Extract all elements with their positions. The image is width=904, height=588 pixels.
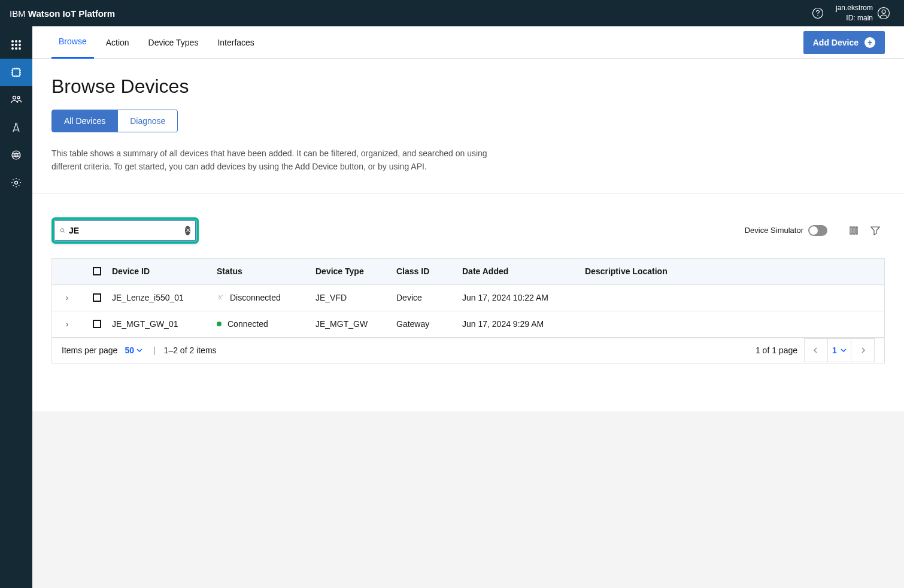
user-id: ID: main <box>846 13 873 23</box>
simulator-label: Device Simulator <box>745 226 803 235</box>
header-location[interactable]: Descriptive Location <box>585 266 884 276</box>
page-select[interactable]: 1 <box>827 338 851 362</box>
svg-point-8 <box>15 44 17 46</box>
svg-point-26 <box>13 96 16 99</box>
svg-point-9 <box>19 44 21 46</box>
help-icon[interactable] <box>807 2 829 24</box>
header-status[interactable]: Status <box>217 266 316 276</box>
clear-search-icon[interactable]: ✕ <box>185 226 190 235</box>
user-avatar-icon[interactable] <box>873 2 894 24</box>
svg-point-27 <box>17 96 20 99</box>
sidebar-apps-icon[interactable] <box>0 31 32 59</box>
table-header: Device ID Status Device Type Class ID Da… <box>52 259 884 285</box>
user-info: jan.ekstrom ID: main <box>836 3 873 23</box>
search-input[interactable] <box>65 226 185 235</box>
svg-point-12 <box>19 47 21 50</box>
sidebar-settings-icon[interactable] <box>0 169 32 196</box>
row-checkbox[interactable] <box>93 293 101 302</box>
cell-date-added: Jun 17, 2024 10:22 AM <box>462 293 585 302</box>
svg-rect-33 <box>850 227 852 234</box>
chevron-down-icon <box>841 348 847 352</box>
lower-background <box>32 411 904 588</box>
cell-class-id: Device <box>396 293 462 302</box>
sidebar-devices-icon[interactable] <box>0 59 32 86</box>
table-toolbar: ✕ Device Simulator <box>51 193 885 258</box>
title-prefix: IBM <box>10 8 28 19</box>
current-page: 1 <box>832 345 837 355</box>
search-highlight: ✕ <box>51 217 199 244</box>
svg-point-11 <box>15 47 17 50</box>
header-date-added[interactable]: Date Added <box>462 266 585 276</box>
table-row[interactable]: › JE_MGT_GW_01 Connected JE_MGT_GW Gatew… <box>52 311 884 338</box>
expand-row-icon[interactable]: › <box>66 293 69 302</box>
svg-point-4 <box>11 40 14 43</box>
sidebar-compass-icon[interactable] <box>0 114 32 141</box>
items-range: 1–2 of 2 items <box>164 345 217 355</box>
prev-page-button[interactable] <box>804 338 828 362</box>
pill-all-devices[interactable]: All Devices <box>51 110 118 132</box>
filter-icon[interactable] <box>866 221 885 240</box>
header-device-type[interactable]: Device Type <box>316 266 396 276</box>
row-checkbox[interactable] <box>93 320 101 328</box>
columns-icon[interactable] <box>844 221 863 240</box>
svg-rect-13 <box>13 69 20 76</box>
tab-action[interactable]: Action <box>99 26 136 59</box>
tab-browse[interactable]: Browse <box>51 26 94 59</box>
next-page-button[interactable] <box>851 338 875 362</box>
cell-device-type: JE_MGT_GW <box>316 319 396 329</box>
svg-point-3 <box>882 10 885 14</box>
table-footer: Items per page 50 | 1–2 of 2 items 1 of … <box>51 338 885 363</box>
page-title: Browse Devices <box>51 75 885 98</box>
app-title: IBM Watson IoT Platform <box>10 8 115 19</box>
cell-date-added: Jun 17, 2024 9:29 AM <box>462 319 585 329</box>
add-device-label: Add Device <box>813 38 859 47</box>
tab-device-types[interactable]: Device Types <box>141 26 206 59</box>
cell-status: Disconnected <box>230 293 281 302</box>
svg-rect-34 <box>853 227 855 234</box>
search-icon <box>60 226 65 235</box>
svg-point-1 <box>817 15 818 16</box>
simulator-toggle[interactable] <box>808 225 827 236</box>
tabbar: Browse Action Device Types Interfaces Ad… <box>32 26 904 59</box>
page-description: This table shows a summary of all device… <box>51 147 500 174</box>
add-device-button[interactable]: Add Device + <box>803 31 885 54</box>
svg-line-32 <box>63 231 65 232</box>
svg-point-6 <box>19 40 21 43</box>
svg-point-5 <box>15 40 17 43</box>
connected-icon <box>217 322 222 326</box>
sidebar <box>0 26 32 588</box>
username: jan.ekstrom <box>836 3 873 13</box>
plus-icon: + <box>864 37 875 48</box>
select-all-checkbox[interactable] <box>93 267 101 275</box>
cell-device-type: JE_VFD <box>316 293 396 302</box>
search-box: ✕ <box>54 220 196 241</box>
title-bold: Watson IoT Platform <box>28 8 115 19</box>
view-pills: All Devices Diagnose <box>51 110 178 132</box>
header-class-id[interactable]: Class ID <box>396 266 462 276</box>
tab-interfaces[interactable]: Interfaces <box>210 26 261 59</box>
page-info: 1 of 1 page <box>756 345 797 355</box>
main-content: Browse Action Device Types Interfaces Ad… <box>32 26 904 588</box>
items-per-page-label: Items per page <box>62 345 117 355</box>
topbar: IBM Watson IoT Platform jan.ekstrom ID: … <box>0 0 904 26</box>
svg-rect-35 <box>856 227 857 234</box>
cell-class-id: Gateway <box>396 319 462 329</box>
cell-device-id: JE_MGT_GW_01 <box>112 319 217 329</box>
svg-point-31 <box>60 228 64 232</box>
svg-point-7 <box>11 44 14 46</box>
table-row[interactable]: › JE_Lenze_i550_01 Disconnected JE_VFD D… <box>52 285 884 311</box>
header-device-id[interactable]: Device ID <box>112 266 217 276</box>
disconnected-icon <box>217 294 224 301</box>
items-per-page-select[interactable]: 50 <box>122 345 145 355</box>
svg-point-10 <box>11 47 14 50</box>
cell-device-id: JE_Lenze_i550_01 <box>112 293 217 302</box>
cell-status: Connected <box>227 319 268 329</box>
pill-diagnose[interactable]: Diagnose <box>118 110 178 132</box>
sidebar-security-icon[interactable] <box>0 141 32 169</box>
sidebar-members-icon[interactable] <box>0 86 32 114</box>
svg-point-28 <box>16 123 17 125</box>
items-per-page-value: 50 <box>125 345 134 355</box>
expand-row-icon[interactable]: › <box>66 319 69 329</box>
chevron-down-icon <box>136 348 142 352</box>
devices-table: Device ID Status Device Type Class ID Da… <box>51 258 885 338</box>
